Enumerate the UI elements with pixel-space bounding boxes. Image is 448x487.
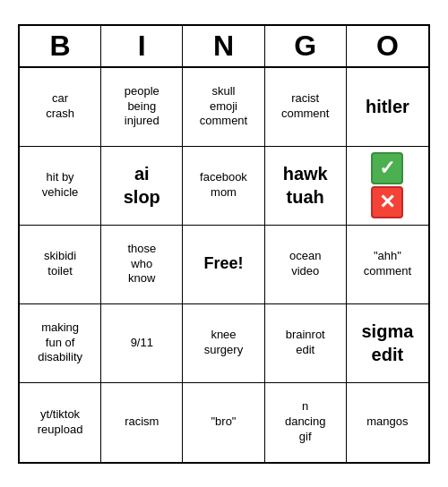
bingo-grid: car crashpeople being injuredskull emoji…	[20, 68, 428, 462]
bingo-cell: making fun of disability	[20, 304, 101, 383]
check-box: ✓	[371, 152, 403, 184]
header-letter: O	[347, 26, 428, 66]
cell-text: hit by vehicle	[42, 170, 78, 201]
cell-text: hawk tuah	[283, 162, 328, 209]
bingo-cell: skibidi toilet	[20, 226, 101, 304]
check-x-container: ✓✕	[371, 152, 403, 218]
bingo-cell: Free!	[183, 226, 264, 304]
header-letter: B	[20, 26, 101, 66]
cell-text: ai slop	[124, 162, 160, 209]
bingo-cell: hit by vehicle	[20, 147, 101, 226]
bingo-cell: those who know	[101, 226, 183, 304]
cell-text: knee surgery	[204, 328, 243, 358]
bingo-cell: "ahh" comment	[347, 226, 428, 304]
cell-text: hitler	[366, 95, 409, 118]
bingo-cell: ocean video	[265, 226, 347, 304]
cell-text: those who know	[127, 242, 156, 287]
cell-text: racist comment	[281, 91, 329, 122]
bingo-cell: facebook mom	[183, 147, 264, 226]
bingo-cell: ✓✕	[347, 147, 428, 226]
cell-text: facebook mom	[200, 170, 247, 201]
cell-text: mangos	[366, 414, 408, 430]
cell-text: yt/tiktok reupload	[38, 407, 83, 438]
bingo-cell: sigma edit	[347, 304, 428, 383]
cell-text: racism	[125, 414, 159, 430]
bingo-card: BINGO car crashpeople being injuredskull…	[18, 24, 430, 464]
bingo-cell: people being injured	[101, 68, 183, 147]
bingo-cell: ai slop	[101, 147, 183, 226]
cell-text: "ahh" comment	[364, 249, 411, 279]
cell-text: ocean video	[289, 249, 321, 279]
cell-text: skull emoji comment	[200, 84, 247, 130]
cell-text: people being injured	[125, 84, 159, 130]
bingo-cell: knee surgery	[183, 304, 264, 383]
cell-text: skibidi toilet	[44, 249, 76, 279]
free-space-text: Free!	[203, 253, 243, 274]
bingo-cell: 9/11	[101, 304, 183, 383]
bingo-cell: "bro"	[183, 383, 264, 462]
bingo-cell: yt/tiktok reupload	[20, 383, 101, 462]
bingo-cell: racism	[101, 383, 183, 462]
cell-text: "bro"	[211, 414, 236, 430]
cell-text: sigma edit	[361, 320, 413, 366]
header-letter: I	[101, 26, 183, 66]
bingo-cell: car crash	[20, 68, 101, 147]
header-letter: G	[265, 26, 347, 66]
bingo-cell: mangos	[347, 383, 428, 462]
cell-text: 9/11	[131, 336, 153, 351]
cell-text: making fun of disability	[38, 320, 82, 366]
bingo-cell: hawk tuah	[265, 147, 347, 226]
cell-text: brainrot edit	[286, 328, 325, 358]
cell-text: n dancing gif	[285, 399, 326, 445]
bingo-cell: n dancing gif	[265, 383, 347, 462]
bingo-cell: skull emoji comment	[183, 68, 264, 147]
bingo-cell: racist comment	[265, 68, 347, 147]
bingo-cell: hitler	[347, 68, 428, 147]
header-letter: N	[183, 26, 264, 66]
x-box: ✕	[371, 186, 403, 218]
bingo-header: BINGO	[20, 26, 428, 68]
bingo-cell: brainrot edit	[265, 304, 347, 383]
cell-text: car crash	[46, 91, 74, 122]
